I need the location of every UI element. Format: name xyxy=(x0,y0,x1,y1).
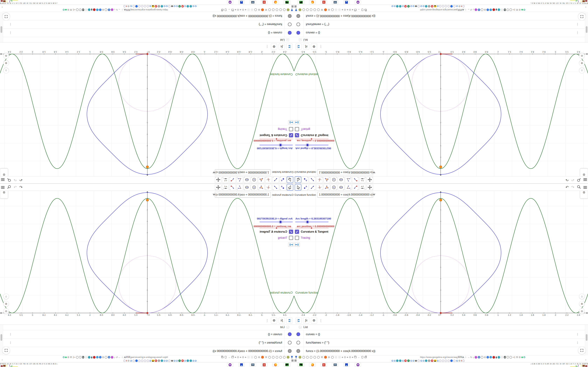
download-icon[interactable]: ↓ xyxy=(114,356,115,359)
play-animation-button[interactable]: ▶❚ xyxy=(288,242,294,247)
oval-extension-icon[interactable] xyxy=(105,356,107,359)
tab-geogebra[interactable] xyxy=(138,5,140,8)
globe-extension-icon[interactable] xyxy=(498,8,500,11)
undo-button[interactable]: ↶ xyxy=(565,178,569,182)
point-tool[interactable]: A xyxy=(279,184,286,191)
algebra-row[interactable]: funcs = {1.000000000000 + cos(4.00000000… xyxy=(294,347,588,355)
globe-gray-icon[interactable] xyxy=(76,8,78,11)
move-tool[interactable] xyxy=(287,176,293,183)
circle-with-center-tool[interactable] xyxy=(251,184,257,191)
algebra-row[interactable]: funcNames = {" "}⋮ xyxy=(294,20,588,28)
kebab-menu-icon[interactable]: ⋮ xyxy=(319,319,322,322)
polygon-tool[interactable] xyxy=(258,176,265,183)
globe-extension-icon[interactable] xyxy=(498,356,500,359)
gear-icon[interactable]: ⚙ xyxy=(67,356,69,359)
reflect-tool[interactable] xyxy=(229,184,236,191)
gear-icon[interactable]: ⚙ xyxy=(258,8,260,11)
tab-globe[interactable] xyxy=(396,5,398,8)
circle-with-center-tool[interactable] xyxy=(331,176,337,183)
tab-google[interactable]: G xyxy=(456,359,458,362)
kebab-menu-icon[interactable]: ⋮ xyxy=(319,45,322,49)
tab-check[interactable]: ✓ xyxy=(407,359,410,362)
tracing-checkbox[interactable] xyxy=(289,236,293,240)
tab-blue[interactable] xyxy=(450,5,453,8)
tab-google[interactable]: G xyxy=(402,359,404,362)
tab-blue[interactable] xyxy=(450,359,453,362)
tab-blue[interactable] xyxy=(135,5,138,8)
algebra-row[interactable]: funcs = {1.000000000000 + cos(4.00000000… xyxy=(0,12,294,20)
line-tool[interactable] xyxy=(309,184,316,191)
placeholder-icon[interactable] xyxy=(247,8,250,11)
tab-google[interactable]: G xyxy=(184,359,186,362)
conic-tool[interactable] xyxy=(338,184,344,191)
tab-yandex[interactable]: Я xyxy=(404,5,407,8)
show-functions-button[interactable]: fx xyxy=(303,317,309,324)
address-bar-url[interactable]: https://www.geogebra.org/classic/aagcxh3… xyxy=(124,356,168,359)
tab-globe[interactable] xyxy=(399,359,401,362)
slider-handle[interactable] xyxy=(276,227,277,229)
globe-icon[interactable] xyxy=(268,356,271,359)
zoom-in-button[interactable]: ⊕ xyxy=(579,60,585,66)
tab-info[interactable]: i xyxy=(428,359,430,362)
dock-floppy-64[interactable]: 64 xyxy=(238,363,245,367)
tab-google[interactable]: G xyxy=(437,5,439,8)
tab-f[interactable]: f xyxy=(126,5,127,8)
tab-google[interactable]: G xyxy=(149,359,151,362)
graphics-view[interactable]: -2.4-2.2-2-1.8-1.6-1.4-1.2-1-0.8-0.6-0.4… xyxy=(294,191,588,316)
globe-icon[interactable] xyxy=(317,356,320,359)
download-icon[interactable]: ↓ xyxy=(473,356,474,359)
tab-geogebra[interactable] xyxy=(462,5,465,8)
polygon-tool[interactable] xyxy=(323,184,330,191)
shield-icon[interactable] xyxy=(225,8,227,11)
dock-assistant[interactable] xyxy=(227,363,233,367)
wrench-icon[interactable]: ⚒ xyxy=(70,8,72,11)
algebra-row[interactable]: curves = {}⋮ xyxy=(294,330,588,339)
tab-google[interactable]: G xyxy=(410,5,412,8)
perpendicular-line-tool[interactable] xyxy=(265,184,272,191)
teal-ring-icon[interactable] xyxy=(63,356,65,358)
zoom-in-button[interactable]: ⊕ xyxy=(3,301,9,307)
small-ring-icon[interactable] xyxy=(237,9,239,11)
thumbs-extension-icon[interactable]: +1 xyxy=(513,356,515,359)
tab-google[interactable]: G xyxy=(130,359,132,362)
status-green-dot[interactable] xyxy=(65,9,67,11)
forward-arrow-icon[interactable]: → xyxy=(467,8,470,11)
tab-google[interactable]: G xyxy=(195,5,197,8)
globe-icon[interactable] xyxy=(331,8,334,11)
visibility-marble[interactable] xyxy=(296,23,300,26)
bookmark-star-icon[interactable]: ☆ xyxy=(465,8,467,11)
tab-yandex[interactable]: Я xyxy=(404,359,407,362)
undo-button[interactable]: ↶ xyxy=(19,178,22,182)
map-pin-icon[interactable] xyxy=(291,8,293,11)
arc-position-slider[interactable] xyxy=(259,228,293,228)
algebra-row[interactable]: funcNames = {" "}⋮ xyxy=(0,20,294,28)
reload-icon[interactable]: ↻ xyxy=(470,8,472,11)
tab-gear[interactable]: ⚙ xyxy=(127,359,130,362)
arc-length-slider[interactable] xyxy=(295,222,329,222)
arc-position-slider[interactable] xyxy=(295,228,329,228)
tab-yandex[interactable]: Я xyxy=(155,359,157,362)
tab-globe[interactable] xyxy=(425,5,427,8)
line-tool[interactable] xyxy=(272,184,279,191)
gauge-icon[interactable] xyxy=(313,356,316,359)
thumbs-extension-icon[interactable]: +1 xyxy=(513,8,515,11)
tab-google[interactable]: G xyxy=(391,5,393,8)
curvature-value-point[interactable] xyxy=(440,199,442,201)
lock-icon[interactable] xyxy=(364,357,367,358)
hamburger-menu-icon[interactable] xyxy=(1,186,5,189)
tab-image[interactable] xyxy=(152,360,154,362)
visibility-marble[interactable] xyxy=(288,332,292,336)
shield-extension-icon[interactable] xyxy=(507,8,509,11)
small-ring-icon[interactable] xyxy=(349,9,351,11)
firefox-icon[interactable] xyxy=(324,8,327,11)
tab-geogebra[interactable] xyxy=(141,5,143,8)
down-extension-icon[interactable]: ↓ xyxy=(490,8,492,11)
globe-icon[interactable] xyxy=(283,356,285,359)
dock-screen-tool[interactable] xyxy=(250,363,256,367)
algebra-row[interactable]: curves = {}⋮ xyxy=(294,28,588,37)
tab-google[interactable]: G xyxy=(130,5,132,8)
collapse-button[interactable]: − xyxy=(286,38,289,41)
undo-button[interactable]: ↶ xyxy=(19,185,22,189)
firefox-icon[interactable] xyxy=(261,356,264,359)
line-tool[interactable] xyxy=(272,176,279,183)
